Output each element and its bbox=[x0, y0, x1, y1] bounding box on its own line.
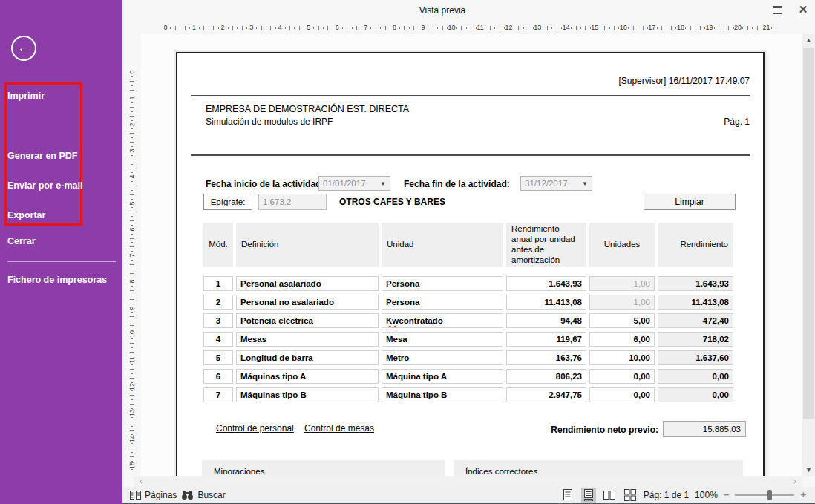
ruler-number: 7 bbox=[364, 24, 367, 31]
ruler-tick bbox=[131, 452, 133, 453]
ruler-number: 7 bbox=[128, 254, 136, 258]
ruler-tick bbox=[228, 27, 229, 29]
unidades-cell[interactable]: 6,00 bbox=[589, 332, 655, 347]
ruler-tick bbox=[776, 26, 776, 30]
definicion-cell: Longitud de barra bbox=[236, 350, 379, 365]
vertical-scroll-thumb[interactable] bbox=[803, 48, 814, 419]
ruler-tick bbox=[218, 27, 219, 29]
ruler-tick bbox=[203, 26, 204, 30]
sidebar-item-cerrar[interactable]: Cerrar bbox=[7, 236, 36, 246]
sidebar-item-generar-pdf[interactable]: Generar en PDF bbox=[7, 151, 77, 161]
ruler-tick bbox=[289, 26, 290, 30]
ruler-tick bbox=[671, 26, 672, 30]
pages-panel-button[interactable]: Páginas bbox=[130, 490, 177, 500]
ruler-tick bbox=[628, 27, 629, 29]
ruler-tick bbox=[661, 26, 662, 30]
back-button[interactable]: ← bbox=[11, 36, 36, 61]
ruler-tick bbox=[130, 369, 134, 370]
sidebar-item-fichero-impresoras[interactable]: Fichero de impresoras bbox=[7, 275, 107, 285]
ruler-tick bbox=[376, 26, 376, 30]
ruler-tick bbox=[130, 160, 134, 160]
unidades-cell[interactable]: 0,00 bbox=[589, 387, 655, 402]
pages-icon bbox=[130, 490, 141, 500]
unidades-cell[interactable]: 5,00 bbox=[589, 313, 655, 328]
unidades-cell[interactable]: 10,00 bbox=[589, 350, 655, 365]
user-timestamp: [Supervisor] 16/11/2017 17:49:07 bbox=[618, 76, 750, 86]
vertical-ruler: 0123456789101112131415 bbox=[125, 64, 138, 474]
ruler-tick bbox=[261, 26, 262, 30]
mod-cell: 6 bbox=[203, 369, 233, 384]
ruler-tick bbox=[131, 373, 133, 374]
continuous-view-button[interactable] bbox=[581, 488, 596, 503]
ruler-tick bbox=[614, 26, 615, 30]
ruler-tick bbox=[130, 186, 134, 186]
epigrafe-code-field[interactable]: 1.673.2 bbox=[258, 194, 327, 210]
ruler-tick bbox=[130, 325, 134, 326]
unidades-cell[interactable]: 0,00 bbox=[589, 369, 655, 384]
ruler-tick bbox=[514, 27, 514, 29]
modules-table: Mód. Definición Unidad Rendimiento anual… bbox=[203, 223, 735, 406]
table-row: 5Longitud de barraMetro163,7610,001.637,… bbox=[203, 350, 735, 365]
ruler-number: 9 bbox=[128, 306, 136, 310]
ruler-tick bbox=[609, 27, 610, 29]
ruler-tick bbox=[131, 102, 133, 103]
ruler-tick bbox=[747, 26, 748, 30]
ruler-tick bbox=[131, 469, 133, 470]
two-page-icon bbox=[603, 491, 615, 500]
ruler-number: 12 bbox=[128, 383, 136, 390]
ruler-tick bbox=[380, 27, 381, 29]
scroll-right-icon[interactable]: › bbox=[789, 476, 801, 487]
close-button[interactable]: ✕ bbox=[796, 3, 810, 16]
ruler-number: 12 bbox=[505, 24, 513, 31]
ruler-tick bbox=[131, 338, 133, 339]
zoom-slider[interactable] bbox=[735, 494, 794, 496]
ruler-tick bbox=[700, 26, 701, 30]
search-button[interactable]: Buscar bbox=[181, 490, 225, 500]
horizontal-scrollbar[interactable]: ‹ › bbox=[134, 476, 802, 487]
ruler-number: 10 bbox=[128, 330, 136, 338]
ruler-tick bbox=[130, 194, 134, 195]
maximize-button[interactable] bbox=[773, 6, 785, 16]
modules-table-body: 1Personal asalariadoPersona1.643,931,001… bbox=[203, 276, 735, 402]
end-date-value: 31/12/2017 bbox=[525, 179, 568, 188]
ruler-tick bbox=[130, 142, 134, 143]
rendimiento-cell: 472,40 bbox=[658, 313, 733, 328]
header-rule-2 bbox=[191, 154, 750, 156]
ruler-tick bbox=[523, 27, 524, 29]
zoom-out-button[interactable]: − bbox=[724, 489, 730, 500]
limpiar-button[interactable]: Limpiar bbox=[644, 194, 736, 210]
pages-label: Páginas bbox=[145, 490, 177, 500]
document-page: [Supervisor] 16/11/2017 17:49:07 EMPRESA… bbox=[176, 52, 765, 476]
vertical-scrollbar[interactable]: ▲ ▼ bbox=[802, 34, 815, 476]
sidebar-item-imprimir[interactable]: Imprimir bbox=[7, 91, 45, 101]
table-row: 2Personal no asalariadoPersona11.413,081… bbox=[203, 295, 735, 310]
four-page-grid-icon bbox=[624, 489, 636, 501]
end-date-select[interactable]: 31/12/2017 ▼ bbox=[520, 176, 592, 191]
sidebar-item-exportar[interactable]: Exportar bbox=[7, 210, 45, 220]
control-mesas-link[interactable]: Control de mesas bbox=[304, 423, 374, 433]
ruler-tick bbox=[131, 295, 133, 295]
single-page-view-button[interactable] bbox=[560, 488, 575, 503]
zoom-slider-handle[interactable] bbox=[767, 490, 772, 500]
ruler-tick bbox=[299, 26, 300, 30]
scroll-left-icon[interactable]: ‹ bbox=[135, 476, 147, 487]
ruler-tick bbox=[657, 27, 658, 29]
grid-view-button[interactable] bbox=[623, 488, 638, 503]
ruler-tick bbox=[131, 111, 133, 112]
two-page-view-button[interactable] bbox=[602, 488, 617, 503]
mod-cell: 5 bbox=[203, 350, 233, 365]
ruler-tick bbox=[130, 246, 134, 247]
scroll-up-icon[interactable]: ▲ bbox=[802, 34, 815, 46]
control-personal-link[interactable]: Control de personal bbox=[216, 423, 294, 433]
epigrafe-button[interactable]: Epígrafe: bbox=[203, 194, 252, 210]
ruler-tick bbox=[437, 27, 438, 29]
zoom-in-button[interactable]: + bbox=[800, 489, 806, 500]
ruler-tick bbox=[130, 90, 134, 91]
ruler-tick bbox=[490, 26, 491, 30]
ruler-number: 5 bbox=[307, 24, 310, 31]
mod-cell: 4 bbox=[203, 332, 233, 347]
sidebar-item-enviar-email[interactable]: Enviar por e-mail bbox=[7, 180, 82, 191]
scroll-down-icon[interactable]: ▼ bbox=[802, 464, 815, 476]
start-date-select[interactable]: 01/01/2017 ▼ bbox=[318, 176, 390, 191]
definicion-cell: Personal no asalariado bbox=[236, 295, 379, 310]
